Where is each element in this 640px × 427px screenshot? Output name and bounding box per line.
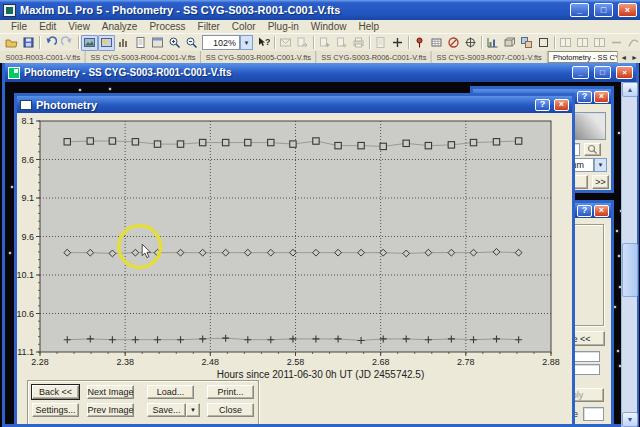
clipboard-icon[interactable] <box>132 35 149 51</box>
tab-strip: S003-R003-C001-V.ftsSS CYG-S003-R004-C00… <box>0 51 595 63</box>
pane-left-icon[interactable] <box>557 35 574 51</box>
menu-view[interactable]: View <box>62 20 96 33</box>
prev-image-button[interactable]: Prev Image <box>87 403 134 417</box>
tab-scroll-left-icon[interactable]: ◄ <box>620 54 627 61</box>
doc-send-icon[interactable] <box>333 35 350 51</box>
target-icon[interactable] <box>462 35 479 51</box>
tab-scroll-right-icon[interactable]: ► <box>631 54 638 61</box>
no-overlay-icon[interactable] <box>445 35 462 51</box>
frame-icon[interactable] <box>535 35 552 51</box>
table-grid-icon[interactable] <box>428 35 445 51</box>
chevron-down-icon[interactable]: ▼ <box>240 35 253 50</box>
export-icon[interactable] <box>294 35 311 51</box>
menu-window[interactable]: Window <box>305 20 353 33</box>
close-icon[interactable]: × <box>594 205 609 217</box>
settings-button[interactable]: Settings... <box>32 403 79 417</box>
dialog-help-icon[interactable]: ? <box>535 99 550 111</box>
file-tab-4[interactable]: SS CYG-S003-R007-C001-V.fts <box>432 51 547 63</box>
image-window-title-bar[interactable]: Photometry - SS CYG-S003-R001-C001-V.fts… <box>5 63 636 82</box>
close-icon[interactable]: × <box>594 91 609 103</box>
load-button[interactable]: Load... <box>147 385 194 399</box>
marker-square <box>470 139 476 145</box>
histogram-icon[interactable] <box>115 35 132 51</box>
chevron-down-icon[interactable]: ▼ <box>594 158 607 172</box>
dialog-title: Photometry <box>36 99 531 111</box>
magnifier-icon[interactable] <box>584 143 601 156</box>
help-icon[interactable]: ? <box>577 205 592 217</box>
y-tick-label: 9.1 <box>21 193 34 203</box>
zoom-in-icon[interactable] <box>166 35 183 51</box>
marker-pin-icon[interactable] <box>411 35 428 51</box>
back-button[interactable]: Back << <box>32 385 79 399</box>
scrollbar-thumb[interactable] <box>622 243 638 297</box>
app-icon <box>3 4 16 17</box>
pane-right-icon[interactable] <box>574 35 591 51</box>
menu-file[interactable]: File <box>5 20 33 33</box>
zoom-level-dropdown[interactable]: 102%▼ <box>202 35 253 50</box>
image-minimize-button[interactable]: _ <box>572 66 589 79</box>
undo-icon[interactable] <box>42 35 59 51</box>
menu-process[interactable]: Process <box>143 20 191 33</box>
marker-square <box>222 139 228 145</box>
copy-icon[interactable] <box>372 35 389 51</box>
save-dropdown-icon[interactable]: ▼ <box>186 403 200 417</box>
dialog-close-icon[interactable]: × <box>554 99 569 111</box>
menu-edit[interactable]: Edit <box>33 20 62 33</box>
doc-add-icon[interactable] <box>316 35 333 51</box>
y-tick-label: 10.1 <box>17 270 34 280</box>
cube-icon[interactable] <box>501 35 518 51</box>
save-icon[interactable] <box>20 35 37 51</box>
photometry-dialog: Photometry ? × 2.282.382.482.582.682.782… <box>14 93 575 427</box>
help-icon[interactable]: ? <box>577 91 592 103</box>
redo-icon[interactable] <box>59 35 76 51</box>
expand-panel-button[interactable]: >> <box>592 175 609 189</box>
quick-stretch-icon[interactable] <box>98 35 115 51</box>
print-small-icon[interactable] <box>350 35 367 51</box>
email-icon[interactable] <box>277 35 294 51</box>
open-icon[interactable] <box>3 35 20 51</box>
marker-square <box>177 141 183 147</box>
window-settings-icon[interactable] <box>149 35 166 51</box>
menu-plug-in[interactable]: Plug-in <box>262 20 305 33</box>
screen-stretch-icon[interactable] <box>81 35 98 51</box>
save-button[interactable]: Save... <box>147 403 186 417</box>
maximize-button[interactable]: □ <box>594 3 613 17</box>
curve-tool-icon[interactable] <box>625 35 640 51</box>
y-tick-label: 8.6 <box>21 155 34 165</box>
image-restore-button[interactable]: □ <box>594 66 611 79</box>
marker-square <box>132 139 138 145</box>
close-dialog-button[interactable]: Close <box>207 403 254 417</box>
file-tab-0[interactable]: S003-R003-C001-V.fts <box>1 51 86 63</box>
image-close-button[interactable]: × <box>616 66 633 79</box>
scroll-down-icon[interactable]: ▼ <box>622 412 638 427</box>
star-dot <box>618 132 620 134</box>
file-tab-1[interactable]: SS CYG-S003-R004-C001-V.fts <box>86 51 201 63</box>
minus-tool-icon[interactable] <box>608 35 625 51</box>
zoom-out-icon[interactable] <box>183 35 200 51</box>
pane-split-icon[interactable] <box>591 35 608 51</box>
y-tick-label: 8.1 <box>21 116 34 126</box>
menu-analyze[interactable]: Analyze <box>96 20 144 33</box>
tile-windows-icon[interactable] <box>518 35 535 51</box>
star-dot <box>616 230 618 232</box>
menu-filter[interactable]: Filter <box>192 20 226 33</box>
menu-color[interactable]: Color <box>226 20 262 33</box>
file-tab-3[interactable]: SS CYG-S003-R006-C001-V.fts <box>317 51 432 63</box>
minimize-button[interactable]: _ <box>570 3 589 17</box>
file-tab-2[interactable]: SS CYG-S003-R005-C001-V.fts <box>201 51 316 63</box>
next-image-button[interactable]: Next Image <box>87 385 134 399</box>
crosshair-add-icon[interactable] <box>389 35 406 51</box>
marker-square <box>268 139 274 145</box>
context-help-icon[interactable]: ? <box>255 35 272 51</box>
star-dot <box>79 89 81 91</box>
graph-icon[interactable] <box>484 35 501 51</box>
image-vertical-scrollbar[interactable]: ▲ ▼ <box>621 82 637 427</box>
input-field[interactable] <box>583 407 604 421</box>
dialog-title-bar[interactable]: Photometry ? × <box>17 96 572 113</box>
close-button[interactable]: × <box>618 3 637 17</box>
scroll-up-icon[interactable]: ▲ <box>622 82 638 97</box>
print-button[interactable]: Print... <box>207 385 254 399</box>
menu-help[interactable]: Help <box>352 20 385 33</box>
dialog-icon <box>20 100 32 110</box>
photometry-chart[interactable]: 2.282.382.482.582.682.782.888.18.69.19.6… <box>17 114 572 382</box>
